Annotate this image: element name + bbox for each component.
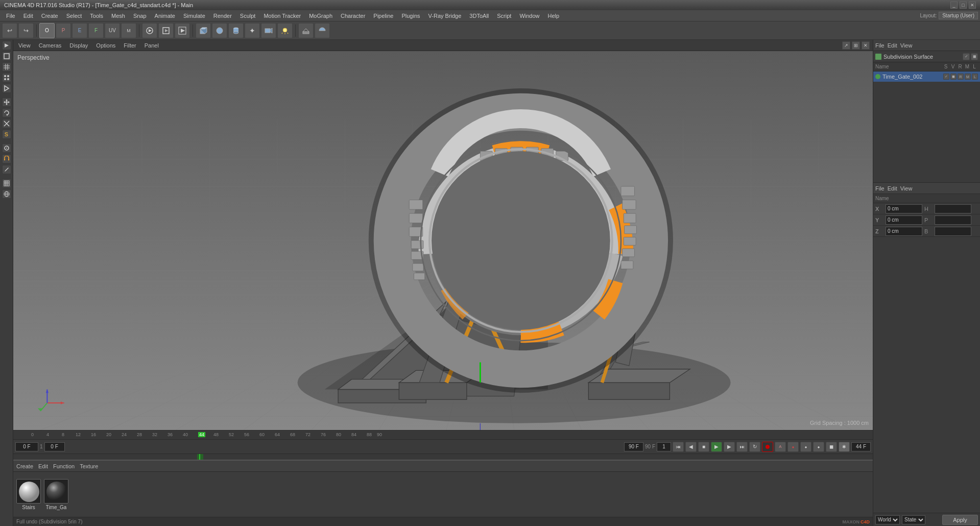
- y-pos-input[interactable]: [886, 216, 922, 225]
- attr-file-btn[interactable]: File: [875, 185, 885, 192]
- rp-file-btn[interactable]: File: [875, 42, 885, 49]
- current-frame-input[interactable]: [15, 442, 38, 451]
- stop-button[interactable]: ■: [698, 442, 709, 452]
- frame-field[interactable]: [44, 442, 65, 451]
- play-button[interactable]: ▶: [711, 442, 722, 452]
- vp-menu-filter[interactable]: Filter: [122, 42, 138, 49]
- menu-sculpt[interactable]: Sculpt: [236, 12, 260, 20]
- b-input[interactable]: [935, 227, 971, 236]
- record-button[interactable]: [762, 442, 773, 452]
- vp-maximize-icon[interactable]: ↗: [842, 41, 850, 50]
- x-pos-input[interactable]: [886, 204, 922, 213]
- menu-mesh[interactable]: Mesh: [107, 12, 129, 20]
- rp-view-btn[interactable]: View: [900, 42, 913, 49]
- coord-state-select[interactable]: State: [902, 515, 925, 524]
- menu-select[interactable]: Select: [62, 12, 86, 20]
- mat-texture-btn[interactable]: Texture: [80, 463, 98, 469]
- sky-button[interactable]: [315, 23, 330, 38]
- cylinder-button[interactable]: [228, 23, 244, 38]
- vp-grid-icon[interactable]: ⊞: [852, 41, 860, 50]
- menu-pipeline[interactable]: Pipeline: [369, 12, 397, 20]
- rp-edit-btn[interactable]: Edit: [888, 42, 897, 49]
- left-tool-magnet[interactable]: [2, 154, 11, 163]
- layout-preset[interactable]: Startup (User): [939, 12, 978, 19]
- h-input[interactable]: [935, 204, 971, 213]
- loop-button[interactable]: ↻: [749, 442, 760, 452]
- menu-help[interactable]: Help: [544, 12, 564, 20]
- mat-edit-btn[interactable]: Edit: [38, 463, 48, 469]
- auto-key-button[interactable]: A: [775, 442, 786, 452]
- maximize-button[interactable]: □: [960, 2, 967, 9]
- menu-3dtoall[interactable]: 3DToAll: [465, 12, 493, 20]
- attr-view-btn[interactable]: View: [900, 185, 913, 192]
- material-stairs[interactable]: Stairs: [16, 479, 41, 510]
- render-active-button[interactable]: [175, 23, 190, 38]
- menu-simulate[interactable]: Simulate: [179, 12, 209, 20]
- subdiv-check-icon[interactable]: ✓: [963, 53, 970, 60]
- obj-row-timegate[interactable]: Time_Gate_002 ✓ ◼ R M L: [873, 71, 980, 82]
- left-tool-2[interactable]: [2, 52, 11, 61]
- timeline-track[interactable]: [13, 454, 873, 460]
- edges-mode-button[interactable]: E: [72, 23, 87, 38]
- camera-button[interactable]: [261, 23, 276, 38]
- render-button[interactable]: [142, 23, 157, 38]
- menu-character[interactable]: Character: [337, 12, 369, 20]
- vp-menu-options[interactable]: Options: [94, 42, 117, 49]
- menu-file[interactable]: File: [2, 12, 19, 20]
- minimize-button[interactable]: _: [950, 2, 958, 9]
- left-tool-brush[interactable]: [2, 165, 11, 174]
- next-frame-button[interactable]: ▶: [724, 442, 735, 452]
- sphere-button[interactable]: [212, 23, 227, 38]
- light-button[interactable]: [277, 23, 293, 38]
- apply-button[interactable]: Apply: [942, 515, 978, 525]
- obj-r-icon[interactable]: R: [958, 74, 964, 80]
- left-tool-select[interactable]: [2, 84, 11, 93]
- left-tool-scale[interactable]: [2, 119, 11, 128]
- redo-button[interactable]: ↪: [18, 23, 34, 38]
- attr-edit-btn[interactable]: Edit: [888, 185, 897, 192]
- left-tool-move[interactable]: [2, 98, 11, 107]
- end-frame-2[interactable]: [657, 442, 671, 451]
- coord-world-select[interactable]: World: [875, 515, 900, 524]
- undo-button[interactable]: ↩: [2, 23, 17, 38]
- key-button-1[interactable]: ⬥: [787, 442, 799, 452]
- menu-create[interactable]: Create: [37, 12, 62, 20]
- key-button-3[interactable]: ⬥: [813, 442, 824, 452]
- vp-close-icon[interactable]: ✕: [862, 41, 870, 50]
- key-button-5[interactable]: ✱: [839, 442, 850, 452]
- left-tool-grid[interactable]: [2, 62, 11, 71]
- points-mode-button[interactable]: P: [56, 23, 71, 38]
- uv-mode-button[interactable]: UV: [105, 23, 120, 38]
- cube-button[interactable]: [196, 23, 211, 38]
- left-tool-snap[interactable]: [2, 144, 11, 153]
- menu-mograph[interactable]: MoGraph: [305, 12, 337, 20]
- p-input[interactable]: [935, 216, 971, 225]
- menu-animate[interactable]: Animate: [151, 12, 179, 20]
- model-mode-button[interactable]: M: [121, 23, 136, 38]
- vp-menu-panel[interactable]: Panel: [142, 42, 161, 49]
- mat-create-btn[interactable]: Create: [16, 463, 33, 469]
- object-mode-button[interactable]: O: [39, 23, 55, 38]
- menu-script[interactable]: Script: [493, 12, 515, 20]
- vp-menu-view[interactable]: View: [16, 42, 33, 49]
- menu-vray-bridge[interactable]: V-Ray Bridge: [424, 12, 466, 20]
- last-frame-button[interactable]: ⏭: [736, 442, 748, 452]
- vp-menu-cameras[interactable]: Cameras: [37, 42, 64, 49]
- menu-render[interactable]: Render: [209, 12, 236, 20]
- left-tool-material[interactable]: [2, 179, 11, 188]
- null-button[interactable]: ✦: [245, 23, 260, 38]
- menu-plugins[interactable]: Plugins: [397, 12, 424, 20]
- z-pos-input[interactable]: [886, 227, 922, 236]
- menu-edit[interactable]: Edit: [19, 12, 37, 20]
- left-tool-points[interactable]: [2, 73, 11, 82]
- left-tool-1[interactable]: [2, 41, 11, 50]
- obj-v-icon[interactable]: ◼: [950, 74, 957, 80]
- key-button-2[interactable]: ⬥: [800, 442, 811, 452]
- poly-mode-button[interactable]: F: [88, 23, 104, 38]
- viewport-3d[interactable]: Perspective Grid Spacing : 1000 cm: [13, 51, 873, 430]
- render-region-button[interactable]: [158, 23, 174, 38]
- mat-function-btn[interactable]: Function: [53, 463, 75, 469]
- left-tool-rotate[interactable]: [2, 108, 11, 117]
- obj-s-icon[interactable]: ✓: [943, 74, 949, 80]
- material-timegate[interactable]: Time_Ga: [44, 479, 68, 510]
